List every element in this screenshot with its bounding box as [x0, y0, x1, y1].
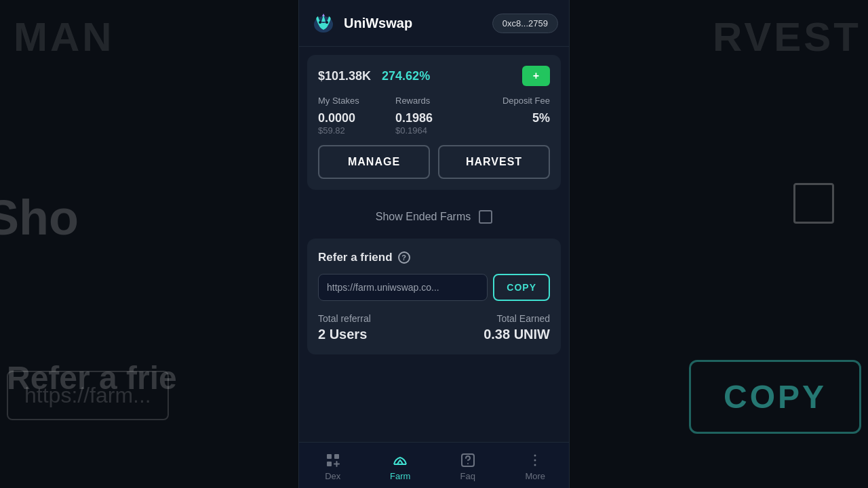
- brand-name: UniWswap: [344, 16, 412, 31]
- svg-rect-4: [334, 454, 339, 459]
- farm-column-headers: My Stakes Rewards Deposit Fee: [318, 96, 550, 106]
- wallet-badge[interactable]: 0xc8...2759: [492, 14, 558, 33]
- farm-tvl: $101.38K: [318, 69, 371, 83]
- total-referral-col: Total referral 2 Users: [318, 313, 371, 342]
- show-ended-checkbox[interactable]: [479, 210, 492, 224]
- bg-url-text: https://farm...: [7, 371, 169, 420]
- nav-farm-label: Farm: [390, 471, 410, 481]
- scroll-area[interactable]: $101.38K 274.62% + My Stakes Rewards Dep…: [299, 47, 569, 442]
- bottom-spacer: [299, 363, 569, 376]
- svg-rect-3: [327, 454, 332, 459]
- total-referral-label: Total referral: [318, 313, 371, 324]
- nav-faq-label: Faq: [460, 471, 475, 481]
- deposit-fee: 5%: [473, 111, 550, 125]
- stakes-usd: $59.82: [318, 125, 395, 136]
- deposit-button[interactable]: +: [522, 66, 550, 86]
- nav-farm[interactable]: Farm: [367, 448, 435, 485]
- farm-values-row: 0.0000 $59.82 0.1986 $0.1964 5%: [318, 111, 550, 136]
- nav-more[interactable]: More: [502, 448, 570, 485]
- total-earned-col: Total Earned 0.38 UNIW: [484, 313, 550, 342]
- background-left: MAN Sho Refer a frie https://farm...: [0, 0, 298, 488]
- farm-apy: 274.62%: [382, 69, 430, 83]
- bg-text-show: Sho: [0, 190, 79, 245]
- dex-icon: [325, 452, 341, 468]
- rewards-amount: 0.1986: [395, 111, 473, 125]
- stakes-header: My Stakes: [318, 96, 395, 106]
- harvest-button[interactable]: HARVEST: [438, 145, 550, 179]
- rewards-header: Rewards: [395, 96, 473, 106]
- total-earned-value: 0.38 UNIW: [484, 327, 550, 342]
- main-modal: UniWswap 0xc8...2759 $101.38K 274.62% + …: [298, 0, 570, 488]
- svg-point-9: [534, 455, 536, 457]
- nav-faq[interactable]: Faq: [434, 448, 502, 485]
- brand-area: UniWswap: [310, 9, 412, 37]
- nav-dex[interactable]: Dex: [299, 448, 367, 485]
- more-icon: [527, 452, 543, 468]
- bg-text-harvest: RVEST: [713, 14, 861, 60]
- refer-url-input[interactable]: [318, 274, 488, 301]
- help-icon[interactable]: ?: [398, 251, 410, 264]
- background-right: RVEST COPY: [570, 0, 868, 488]
- farm-stats-row: $101.38K 274.62% +: [318, 66, 550, 86]
- refer-input-row: COPY: [318, 274, 550, 301]
- bg-copy-area: COPY: [689, 360, 861, 434]
- nav-dex-label: Dex: [325, 471, 340, 481]
- fee-col: 5%: [473, 111, 550, 125]
- svg-point-11: [534, 464, 536, 466]
- header: UniWswap 0xc8...2759: [299, 0, 569, 47]
- svg-rect-5: [327, 462, 332, 466]
- nav-more-label: More: [525, 471, 545, 481]
- refer-section: Refer a friend ? COPY Total referral 2 U…: [307, 239, 561, 354]
- show-ended-label: Show Ended Farms: [376, 211, 471, 223]
- rewards-usd: $0.1964: [395, 125, 473, 136]
- bg-url-box: https://farm...: [7, 371, 169, 420]
- farm-buttons: MANAGE HARVEST: [318, 145, 550, 179]
- total-referral-value: 2 Users: [318, 327, 371, 342]
- copy-button[interactable]: COPY: [493, 274, 550, 301]
- stakes-col: 0.0000 $59.82: [318, 111, 395, 136]
- unicorn-logo: [310, 9, 337, 37]
- manage-button[interactable]: MANAGE: [318, 145, 430, 179]
- svg-point-2: [326, 21, 328, 24]
- stakes-amount: 0.0000: [318, 111, 395, 125]
- bg-checkbox: [793, 183, 834, 224]
- svg-point-10: [534, 460, 536, 462]
- refer-title-row: Refer a friend ?: [318, 251, 550, 264]
- svg-point-1: [319, 21, 321, 24]
- farm-card: $101.38K 274.62% + My Stakes Rewards Dep…: [307, 55, 561, 190]
- refer-stats: Total referral 2 Users Total Earned 0.38…: [318, 313, 550, 342]
- faq-icon: [460, 452, 476, 468]
- bg-copy-text: COPY: [689, 360, 861, 434]
- bg-text-manage: MAN: [14, 14, 115, 60]
- refer-title: Refer a friend: [318, 251, 393, 264]
- svg-point-8: [467, 463, 469, 464]
- fee-header: Deposit Fee: [473, 96, 550, 106]
- total-earned-label: Total Earned: [484, 313, 550, 324]
- show-ended-row: Show Ended Farms: [299, 198, 569, 230]
- bg-checkbox-area: [793, 183, 834, 224]
- bottom-nav: Dex Farm Faq More: [299, 442, 569, 488]
- farm-icon: [392, 452, 408, 468]
- rewards-col: 0.1986 $0.1964: [395, 111, 473, 136]
